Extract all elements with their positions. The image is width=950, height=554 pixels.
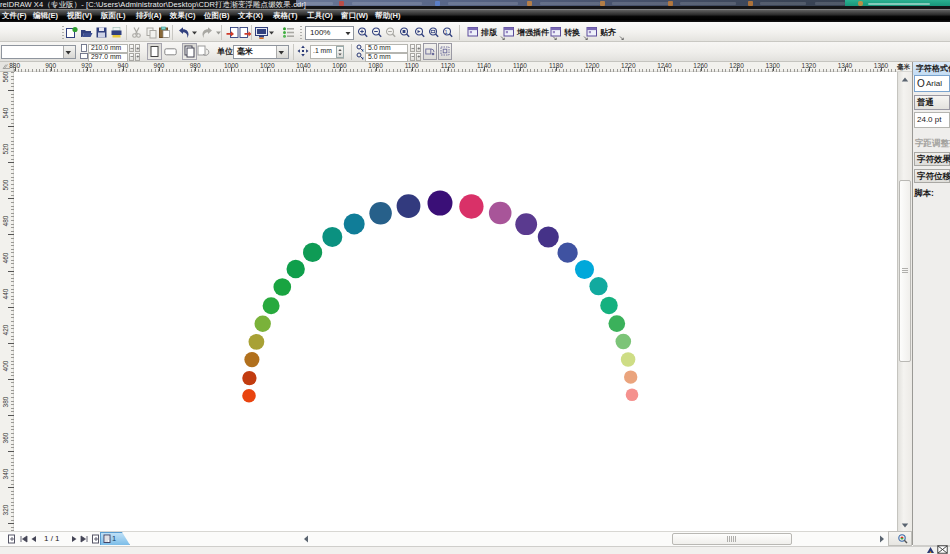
svg-text:1: 1 (445, 29, 448, 35)
